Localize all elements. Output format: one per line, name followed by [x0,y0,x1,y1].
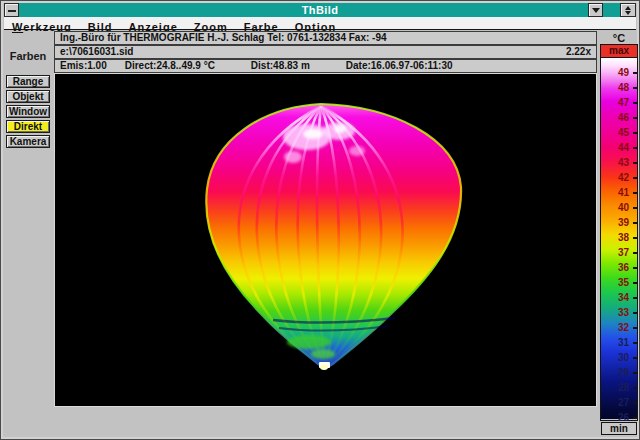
scale-tick [633,312,638,314]
scale-temp-label: 38 [618,232,629,243]
scale-temp-label: 45 [618,127,629,138]
scale-tick [633,147,638,149]
scale-tick [633,417,638,419]
scale-temp-label: 34 [618,292,629,303]
scale-temp-label: 39 [618,217,629,228]
scale-temp-label: 28 [618,382,629,393]
temperature-scale: max 494847464544434241403938373635343332… [600,44,638,421]
restore-down-icon [625,11,631,15]
scale-temp-label: 36 [618,262,629,273]
scale-tick [633,207,638,209]
scale-tick [633,117,638,119]
scale-temp-label: 49 [618,67,629,78]
scale-temp-label: 30 [618,352,629,363]
file-bar: e:\70616031.sid 2.22x [54,45,597,59]
scale-temp-label: 42 [618,172,629,183]
scale-tick [633,102,638,104]
sidebar-button-window[interactable]: Window [6,105,50,118]
scale-temp-label: 46 [618,112,629,123]
sidebar-button-objekt[interactable]: Objekt [6,90,50,103]
scale-tick [633,402,638,404]
scale-gradient-bar: 4948474645444342414039383736353433323130… [601,58,637,419]
scale-temp-label: 35 [618,277,629,288]
scale-temp-label: 48 [618,82,629,93]
scale-max-label: max [601,45,637,58]
scale-tick [633,162,638,164]
scale-temp-label: 44 [618,142,629,153]
titlebar: ThBild [4,3,636,17]
scale-tick [633,237,638,239]
scale-tick [633,252,638,254]
scale-tick [633,327,638,329]
scale-tick [633,357,638,359]
scale-tick [633,282,638,284]
scale-temp-label: 29 [618,367,629,378]
sidebar-title: Farben [3,50,53,62]
scale-tick [633,372,638,374]
status-bar: Emis:1.00 Direct:24.8..49.9 °C Dist:48.8… [54,59,597,73]
minimize-button[interactable] [588,3,603,17]
window-title: ThBild [4,3,636,17]
scale-tick [633,87,638,89]
menubar: WerkzeugBildAnzeigeZoomFarbeOption [4,17,636,30]
info-bar: Ing.-Büro für THERMOGRAFIE H.-J. Schlag … [54,31,597,45]
scale-temp-label: 47 [618,97,629,108]
file-path: e:\70616031.sid [60,46,133,58]
scale-tick [633,192,638,194]
minimize-icon [592,8,600,13]
balloon-thermal-image [55,74,596,406]
scale-tick [633,72,638,74]
thermal-image-panel[interactable] [54,73,597,407]
restore-up-icon [625,6,631,10]
scale-temp-label: 43 [618,157,629,168]
sidebar-button-direkt[interactable]: Direkt [6,120,50,133]
scale-temp-label: 41 [618,187,629,198]
company-info: Ing.-Büro für THERMOGRAFIE H.-J. Schlag … [60,32,387,44]
scale-tick [633,267,638,269]
status-emis: Emis:1.00 [60,60,107,72]
scale-temp-label: 27 [618,397,629,408]
scale-temp-label: 33 [618,307,629,318]
status-dist: Dist:48.83 m [251,60,310,72]
status-date: Date:16.06.97-06:11:30 [346,60,453,72]
scale-min-label: min [601,422,637,435]
scale-tick [633,387,638,389]
sidebar-button-kamera[interactable]: Kamera [6,135,50,148]
scale-tick [633,222,638,224]
scale-temp-label: 32 [618,322,629,333]
scale-tick [633,132,638,134]
zoom-factor: 2.22x [566,46,591,58]
status-direct: Direct:24.8..49.9 °C [125,60,215,72]
scale-temp-label: 37 [618,247,629,258]
sidebar-button-range[interactable]: Range [6,75,50,88]
scale-unit-label: °C [601,32,637,44]
app-window: ThBild WerkzeugBildAnzeigeZoomFarbeOptio… [0,0,640,440]
restore-button[interactable] [620,3,636,17]
scale-temp-label: 40 [618,202,629,213]
scale-tick [633,177,638,179]
scale-temp-label: 31 [618,337,629,348]
scale-tick [633,342,638,344]
scale-tick [633,297,638,299]
